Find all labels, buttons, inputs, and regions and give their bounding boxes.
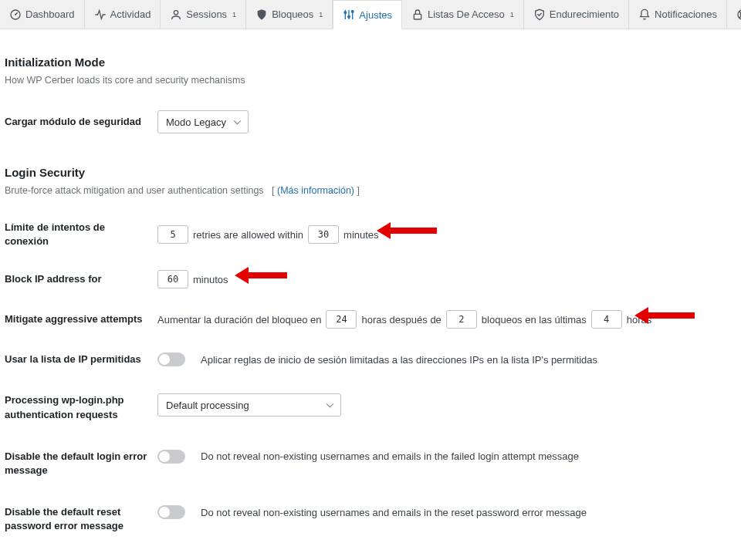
arrow-annotation xyxy=(235,264,289,287)
lock-icon xyxy=(411,8,424,21)
svg-point-1 xyxy=(15,14,16,15)
tab-label: Endurecimiento xyxy=(550,8,619,20)
svg-rect-9 xyxy=(414,14,421,19)
tab-dashboard[interactable]: Dashboard xyxy=(0,0,85,29)
disable-reset-err-toggle[interactable] xyxy=(157,505,185,519)
activity-icon xyxy=(94,8,107,21)
load-module-label: Cargar módulo de seguridad xyxy=(5,115,157,129)
lifebuoy-icon xyxy=(736,8,741,21)
load-module-select[interactable]: Modo Legacy xyxy=(157,110,249,133)
tab-actividad[interactable]: Actividad xyxy=(85,0,161,29)
whitelist-toggle[interactable] xyxy=(157,353,185,366)
more-info-link[interactable]: (Más información) xyxy=(277,185,354,196)
bell-icon xyxy=(638,8,651,21)
section-title-login: Login Security xyxy=(5,166,736,179)
tab-sessions[interactable]: Sessions 1 xyxy=(161,0,246,29)
limit-retries-input[interactable] xyxy=(157,225,188,244)
tab-bloqueos[interactable]: Bloqueos 1 xyxy=(246,0,333,29)
shield-icon xyxy=(255,8,268,21)
limit-attempts-label: Límite de intentos de conexión xyxy=(5,221,157,248)
disable-login-err-label: Disable the default login error message xyxy=(5,450,157,477)
tab-label: Dashboard xyxy=(25,8,75,20)
sliders-icon xyxy=(343,8,355,21)
aggressive-hours2-input[interactable] xyxy=(591,310,622,329)
wplogin-label: Processing wp-login.php authentication r… xyxy=(5,393,157,421)
disable-reset-err-text: Do not reveal non-existing usernames and… xyxy=(201,507,587,518)
tab-label: Actividad xyxy=(110,8,151,20)
tab-bar: Dashboard Actividad Sessions 1 Bloqueos … xyxy=(0,0,741,29)
user-icon xyxy=(170,8,182,21)
arrow-annotation xyxy=(377,219,438,242)
select-value: Default processing xyxy=(166,400,249,411)
aggressive-t1: Aumentar la duración del bloqueo en xyxy=(157,314,321,326)
tab-badge: 1 xyxy=(319,11,323,19)
svg-point-7 xyxy=(348,15,350,18)
svg-point-6 xyxy=(344,12,347,14)
disable-login-err-toggle[interactable] xyxy=(157,450,185,464)
block-minutes-input[interactable] xyxy=(157,270,188,288)
tab-badge: 1 xyxy=(232,11,236,19)
limit-text1: retries are allowed within xyxy=(193,229,303,241)
limit-minutes-input[interactable] xyxy=(308,225,339,244)
tab-notificaciones[interactable]: Notificaciones xyxy=(629,0,727,29)
tab-listas-acceso[interactable]: Listas De Acceso 1 xyxy=(402,0,524,29)
aggressive-hours1-input[interactable] xyxy=(326,310,357,329)
wplogin-select[interactable]: Default processing xyxy=(157,393,341,417)
disable-reset-err-label: Disable the default reset password error… xyxy=(5,505,157,533)
block-ip-label: Block IP address for xyxy=(5,272,157,286)
aggressive-t2: horas después de xyxy=(361,314,441,326)
section-desc-init: How WP Cerber loads its core and securit… xyxy=(5,75,736,86)
tab-label: Listas De Acceso xyxy=(428,8,505,20)
whitelist-text: Aplicar reglas de inicio de sesión limit… xyxy=(201,354,597,366)
block-unit: minutos xyxy=(193,274,228,285)
aggressive-label: Mitigate aggressive attempts xyxy=(5,312,157,326)
tab-badge: 1 xyxy=(510,11,514,19)
svg-marker-17 xyxy=(235,267,287,284)
svg-marker-16 xyxy=(377,222,437,239)
tab-label: Sessions xyxy=(186,8,227,20)
section-title-init: Initialization Mode xyxy=(5,56,736,69)
tab-ayuda[interactable]: Ayuda xyxy=(727,0,741,29)
tab-ajustes[interactable]: Ajustes xyxy=(333,0,402,29)
shield-check-icon xyxy=(533,8,546,21)
gauge-icon xyxy=(9,8,22,21)
select-value: Modo Legacy xyxy=(166,116,226,128)
tab-endurecimiento[interactable]: Endurecimiento xyxy=(524,0,629,29)
aggressive-t3: bloqueos en las últimas xyxy=(482,314,587,326)
disable-login-err-text: Do not reveal non-existing usernames and… xyxy=(201,450,579,462)
aggressive-t4: horas xyxy=(627,314,652,326)
tab-label: Ajustes xyxy=(359,9,392,21)
section-desc-login: Brute-force attack mitigation and user a… xyxy=(5,185,736,196)
tab-label: Notificaciones xyxy=(655,8,717,20)
aggressive-lockouts-input[interactable] xyxy=(446,310,477,329)
svg-point-2 xyxy=(174,10,178,14)
svg-point-8 xyxy=(352,11,354,13)
whitelist-label: Usar la lista de IP permitidas xyxy=(5,353,157,366)
limit-text2: minutes xyxy=(343,229,379,241)
tab-label: Bloqueos xyxy=(272,8,313,20)
